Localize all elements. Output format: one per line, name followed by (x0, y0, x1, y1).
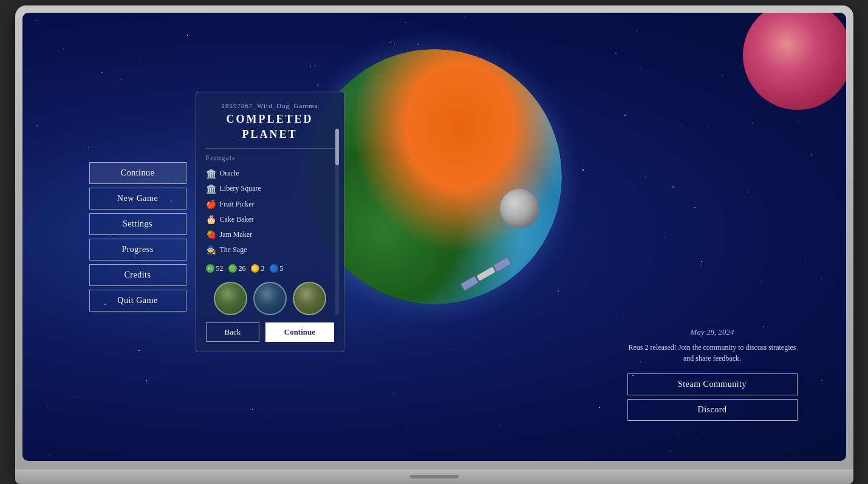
stat-blue-icon: 🔵 (270, 264, 278, 273)
stat-total: ⊙ 52 (206, 264, 224, 273)
star (500, 424, 501, 425)
star (451, 349, 451, 349)
star (599, 407, 600, 408)
star (558, 290, 559, 291)
star (641, 68, 641, 69)
star (315, 65, 316, 66)
star (681, 124, 682, 125)
avatar-giant-1[interactable] (214, 282, 247, 315)
credits-button[interactable]: Credits (89, 264, 186, 286)
achievement-icon: 🍓 (206, 227, 216, 242)
panel-username: 28597867_Wild_Dog_Gamma (206, 102, 334, 109)
star (47, 407, 47, 407)
star (645, 426, 646, 426)
avatar-row (206, 282, 334, 315)
news-text: Reus 2 released! Join the community to d… (627, 342, 798, 364)
star (623, 316, 624, 316)
panel-continue-button[interactable]: Continue (265, 322, 333, 342)
news-panel: May 28, 2024 Reus 2 released! Join the c… (627, 327, 798, 424)
star (139, 61, 140, 61)
list-item: 🏛️ Oracle (206, 166, 334, 182)
star (618, 27, 618, 27)
laptop-chin (15, 469, 853, 484)
star (349, 78, 349, 78)
star (637, 31, 637, 32)
achievement-icon: 🏛️ (206, 182, 216, 197)
achievement-icon: 🧙 (206, 242, 216, 257)
star (310, 66, 311, 67)
avatar-giant-2[interactable] (253, 282, 287, 315)
stat-green: 🟢 26 (228, 264, 246, 273)
star (701, 261, 702, 262)
steam-community-button[interactable]: Steam Community (627, 373, 798, 395)
settings-button[interactable]: Settings (89, 213, 186, 235)
star (697, 438, 698, 439)
star (707, 126, 708, 126)
star (508, 51, 508, 52)
star (366, 316, 367, 316)
discord-button[interactable]: Discord (627, 399, 798, 421)
stat-gold: 🟡 3 (251, 264, 265, 273)
achievement-label: Libery Square (220, 182, 261, 196)
planet-info-panel: 28597867_Wild_Dog_Gamma Completed Planet… (196, 92, 344, 352)
stat-green-icon: 🟢 (228, 264, 237, 273)
new-game-button[interactable]: New Game (89, 188, 186, 210)
star (405, 429, 405, 430)
achievement-label: Cake Baker (220, 213, 254, 227)
star (701, 265, 702, 266)
progress-button[interactable]: Progress (89, 239, 186, 261)
star (106, 442, 106, 443)
star (49, 455, 49, 455)
stat-blue: 🔵 5 (270, 264, 284, 273)
star (166, 369, 166, 369)
star (672, 186, 673, 187)
star (834, 349, 835, 349)
scrollbar[interactable] (335, 129, 339, 315)
stat-gold-value: 3 (261, 264, 265, 273)
main-menu: Continue New Game Settings Progress Cred… (89, 162, 186, 312)
game-screen: Continue New Game Settings Progress Cred… (22, 13, 846, 461)
panel-title-line1: Completed (206, 113, 334, 126)
achievement-label: Oracle (220, 167, 239, 180)
star (457, 24, 457, 24)
star (134, 16, 135, 16)
achievement-label: The Sage (220, 244, 247, 257)
star (708, 80, 709, 80)
laptop-notch (410, 475, 459, 479)
achievement-label: Fruit Picker (220, 198, 255, 211)
star (394, 44, 395, 44)
star (615, 53, 617, 54)
panel-back-button[interactable]: Back (206, 322, 260, 342)
star (88, 147, 89, 148)
list-item: 🎂 Cake Baker (206, 212, 334, 227)
star (187, 35, 188, 36)
continue-button[interactable]: Continue (89, 162, 186, 184)
list-item: 🍓 Jam Maker (206, 227, 334, 242)
star (624, 115, 626, 116)
main-planet (307, 49, 562, 304)
quit-game-button[interactable]: Quit Game (89, 290, 186, 312)
stat-green-value: 26 (239, 264, 246, 273)
region-name: Ferngate (206, 154, 334, 163)
star (465, 16, 465, 17)
star (417, 44, 419, 45)
stat-total-value: 52 (216, 264, 224, 273)
star (798, 121, 798, 122)
achievement-label: Jam Maker (220, 228, 253, 242)
star (645, 176, 646, 177)
star (670, 451, 671, 452)
list-item: 🍎 Fruit Picker (206, 197, 334, 212)
moon (500, 189, 539, 228)
star (826, 269, 827, 270)
star (138, 350, 140, 351)
star (389, 43, 391, 44)
scrollbar-thumb[interactable] (335, 129, 339, 165)
star (101, 72, 103, 73)
avatar-giant-3[interactable] (293, 282, 326, 315)
star (146, 380, 147, 381)
stat-blue-value: 5 (280, 264, 284, 273)
planet-surface (307, 49, 562, 304)
stat-gold-icon: 🟡 (251, 264, 259, 273)
star (796, 209, 797, 210)
star (75, 397, 75, 397)
